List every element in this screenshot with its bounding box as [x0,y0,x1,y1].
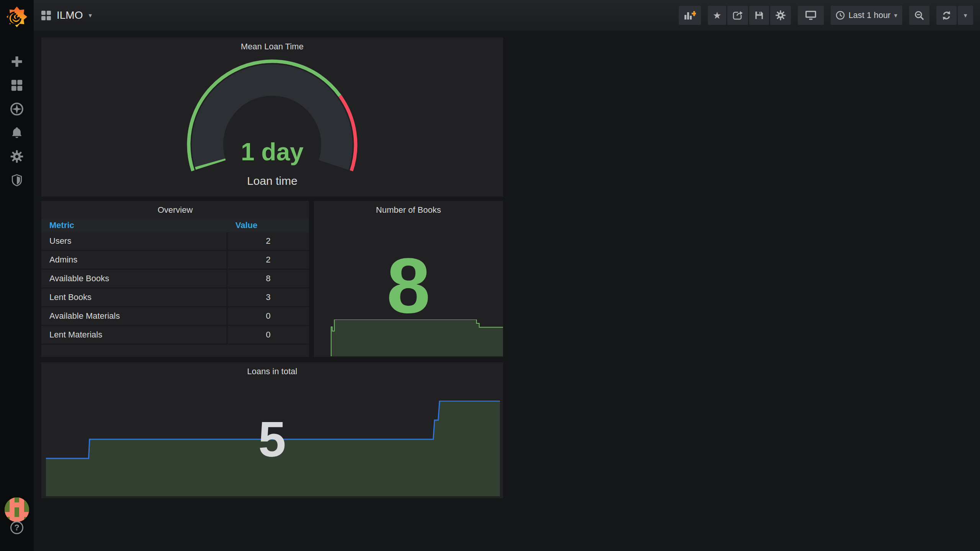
panel-number-of-books: Number of Books 8 [314,201,503,357]
panel-overview: Overview Metric Value Users2Admins2Avail… [41,201,309,357]
table-cell-value: 2 [227,232,309,250]
refresh-interval-caret-icon: ▾ [964,12,967,19]
panel-title[interactable]: Loans in total [41,367,503,377]
sidebar-menu [0,55,34,187]
help-glyph: ? [14,523,19,533]
table-cell-metric: Users [41,232,227,250]
table-row: Users2 [41,232,309,251]
panel-title[interactable]: Number of Books [314,205,503,215]
table-cell-metric: Available Materials [41,307,227,325]
clock-icon [836,11,845,20]
save-button[interactable] [749,6,769,25]
zoom-out-button[interactable] [909,6,929,25]
star-button[interactable]: ★ [708,6,726,25]
table-cell-value: 2 [227,251,309,269]
table-cell-metric: Available Books [41,270,227,287]
help-question-icon[interactable]: ? [10,521,23,534]
sidebar-item-server-admin[interactable] [9,173,24,187]
table-header-row: Metric Value [41,218,309,232]
refresh-icon [941,10,952,21]
overview-table-body: Users2Admins2Available Books8Lent Books3… [41,232,309,345]
table-cell-value: 8 [227,270,309,287]
tv-cycle-icon [805,10,817,21]
table-header-metric[interactable]: Metric [41,220,227,230]
server-admin-shield-icon [11,174,23,187]
add-panel-icon [684,10,696,20]
add-panel-button[interactable] [679,6,701,25]
explore-compass-icon [10,102,24,116]
table-cell-metric: Lent Books [41,289,227,306]
panel-title[interactable]: Mean Loan Time [41,42,503,52]
table-row: Available Books8 [41,270,309,289]
table-row: Lent Books3 [41,289,309,307]
page-title: ILMO [57,9,83,21]
zoom-out-icon [914,10,924,21]
table-cell-metric: Admins [41,251,227,269]
dashboard-settings-button[interactable] [770,6,791,25]
refresh-button[interactable] [936,6,957,25]
top-navbar: ILMO ▾ ★ [34,0,980,31]
sidebar-item-explore[interactable] [9,102,24,116]
chevron-down-icon: ▾ [894,12,897,19]
sidebar-item-configuration[interactable] [9,150,24,163]
share-icon [732,10,743,20]
refresh-interval-dropdown[interactable]: ▾ [958,6,973,25]
dashboards-grid-icon [10,79,23,92]
save-icon [754,10,764,20]
table-header-value[interactable]: Value [227,220,309,230]
table-row: Admins2 [41,251,309,270]
create-plus-icon [10,55,23,68]
star-icon: ★ [713,11,721,20]
configuration-gear-icon [10,150,23,163]
time-range-label: Last 1 hour [848,10,890,20]
gauge-value-text: 1 day [41,138,503,166]
table-cell-value: 0 [227,326,309,344]
table-cell-value: 3 [227,289,309,306]
table-cell-value: 0 [227,307,309,325]
table-row: Lent Materials0 [41,326,309,345]
alerting-bell-icon [10,126,23,139]
grid-4-squares-icon [41,11,51,20]
time-range-picker[interactable]: Last 1 hour ▾ [831,6,902,25]
gauge-chart [41,37,503,197]
sidebar-item-create[interactable] [9,55,24,68]
table-row: Available Materials0 [41,307,309,326]
panel-loans-in-total: Loans in total 5 [41,362,503,498]
gauge-metric-label: Loan time [41,174,503,187]
stat-value-books: 8 [314,246,503,324]
user-avatar[interactable] [5,497,29,522]
dashboard-title-button[interactable]: ILMO ▾ [41,0,92,31]
sidebar-item-alerting[interactable] [9,126,24,140]
tv-mode-button[interactable] [798,6,824,25]
sidebar-item-dashboards[interactable] [9,78,24,92]
table-cell-metric: Lent Materials [41,326,227,344]
stat-value-loans: 5 [41,414,503,464]
share-button[interactable] [727,6,748,25]
chevron-down-icon: ▾ [88,12,92,19]
toolbar: ★ [679,6,973,25]
settings-gear-icon [775,10,786,21]
panel-title[interactable]: Overview [41,205,309,215]
grafana-logo[interactable] [5,5,29,29]
panel-mean-loan-time: Mean Loan Time 1 day Loan time [41,37,503,197]
sidebar: ? [0,0,34,551]
